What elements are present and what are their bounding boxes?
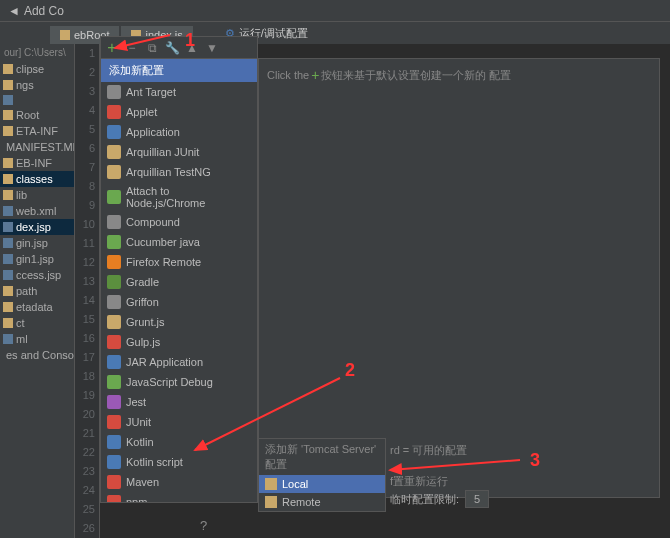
config-item[interactable]: JavaScript Debug xyxy=(101,372,257,392)
info-line-2: f置重新运行 xyxy=(390,474,467,489)
submenu-title: 添加新 'Tomcat Server' 配置 xyxy=(259,439,385,475)
down-icon[interactable]: ▼ xyxy=(205,41,219,55)
proj-item[interactable]: ETA-INF xyxy=(0,123,74,139)
proj-item[interactable] xyxy=(0,93,74,107)
config-item[interactable]: Arquillian JUnit xyxy=(101,142,257,162)
config-item[interactable]: Gulp.js xyxy=(101,332,257,352)
config-item[interactable]: npm xyxy=(101,492,257,502)
proj-item[interactable]: EB-INF xyxy=(0,155,74,171)
line-gutter: 1234567891011121314151617181920212223242… xyxy=(75,44,100,538)
proj-item[interactable]: gin1.jsp xyxy=(0,251,74,267)
config-item[interactable]: Kotlin script xyxy=(101,452,257,472)
proj-item[interactable]: ngs xyxy=(0,77,74,93)
config-item[interactable]: Cucumber java xyxy=(101,232,257,252)
remove-icon[interactable]: − xyxy=(125,41,139,55)
proj-item[interactable]: web.xml xyxy=(0,203,74,219)
config-item[interactable]: Ant Target xyxy=(101,82,257,102)
temp-config-limit: 临时配置限制: 5 xyxy=(390,490,489,508)
config-item[interactable]: Applet xyxy=(101,102,257,122)
proj-item[interactable]: Root xyxy=(0,107,74,123)
proj-item[interactable]: etadata xyxy=(0,299,74,315)
config-item[interactable]: Jest xyxy=(101,392,257,412)
run-config-dropdown: + − ⧉ 🔧 ▲ ▼ 添加新配置 Ant TargetAppletApplic… xyxy=(100,36,258,503)
top-toolbar: ◄ Add Co xyxy=(0,0,670,22)
hint-text: Click the + 按钮来基于默认设置创建一个新的 配置 xyxy=(267,67,651,83)
config-item[interactable]: Application xyxy=(101,122,257,142)
add-config-text[interactable]: Add Co xyxy=(24,4,64,18)
submenu-remote[interactable]: Remote xyxy=(259,493,385,511)
proj-item[interactable]: MANIFEST.MF xyxy=(0,139,74,155)
proj-item[interactable]: lib xyxy=(0,187,74,203)
help-icon[interactable]: ? xyxy=(200,518,207,533)
proj-item[interactable]: ct xyxy=(0,315,74,331)
config-item[interactable]: Maven xyxy=(101,472,257,492)
up-icon[interactable]: ▲ xyxy=(185,41,199,55)
breadcrumb: our] C:\Users\ xyxy=(0,44,74,61)
config-item[interactable]: Arquillian TestNG xyxy=(101,162,257,182)
config-list: Ant TargetAppletApplicationArquillian JU… xyxy=(101,82,257,502)
info-line-1: rd = 可用的配置 xyxy=(390,443,467,458)
bottom-info: rd = 可用的配置 f置重新运行 xyxy=(390,440,467,492)
wrench-icon[interactable]: 🔧 xyxy=(165,41,179,55)
proj-item[interactable]: es and Consoles xyxy=(0,347,74,363)
submenu-local[interactable]: Local xyxy=(259,475,385,493)
proj-item[interactable]: dex.jsp xyxy=(0,219,74,235)
config-item[interactable]: Compound xyxy=(101,212,257,232)
limit-value[interactable]: 5 xyxy=(465,490,489,508)
proj-item[interactable]: clipse xyxy=(0,61,74,77)
config-item[interactable]: Griffon xyxy=(101,292,257,312)
back-icon[interactable]: ◄ xyxy=(8,4,20,18)
config-item[interactable]: Gradle xyxy=(101,272,257,292)
copy-icon[interactable]: ⧉ xyxy=(145,41,159,55)
proj-item[interactable]: gin.jsp xyxy=(0,235,74,251)
config-item[interactable]: Attach to Node.js/Chrome xyxy=(101,182,257,212)
config-item[interactable]: Kotlin xyxy=(101,432,257,452)
plus-icon: + xyxy=(311,67,319,83)
config-item[interactable]: JAR Application xyxy=(101,352,257,372)
config-item[interactable]: Firefox Remote xyxy=(101,252,257,272)
config-item[interactable]: Grunt.js xyxy=(101,312,257,332)
panel-header: 添加新配置 xyxy=(101,59,257,82)
right-hint-panel: Click the + 按钮来基于默认设置创建一个新的 配置 xyxy=(258,58,660,498)
proj-item[interactable]: ccess.jsp xyxy=(0,267,74,283)
project-sidebar: our] C:\Users\ clipsengsRootETA-INFMANIF… xyxy=(0,44,75,538)
add-icon[interactable]: + xyxy=(105,41,119,55)
proj-item[interactable]: ml xyxy=(0,331,74,347)
config-item[interactable]: JUnit xyxy=(101,412,257,432)
tomcat-submenu: 添加新 'Tomcat Server' 配置 Local Remote xyxy=(258,438,386,512)
proj-item[interactable]: path xyxy=(0,283,74,299)
proj-item[interactable]: classes xyxy=(0,171,74,187)
panel-toolbar: + − ⧉ 🔧 ▲ ▼ xyxy=(101,37,257,59)
